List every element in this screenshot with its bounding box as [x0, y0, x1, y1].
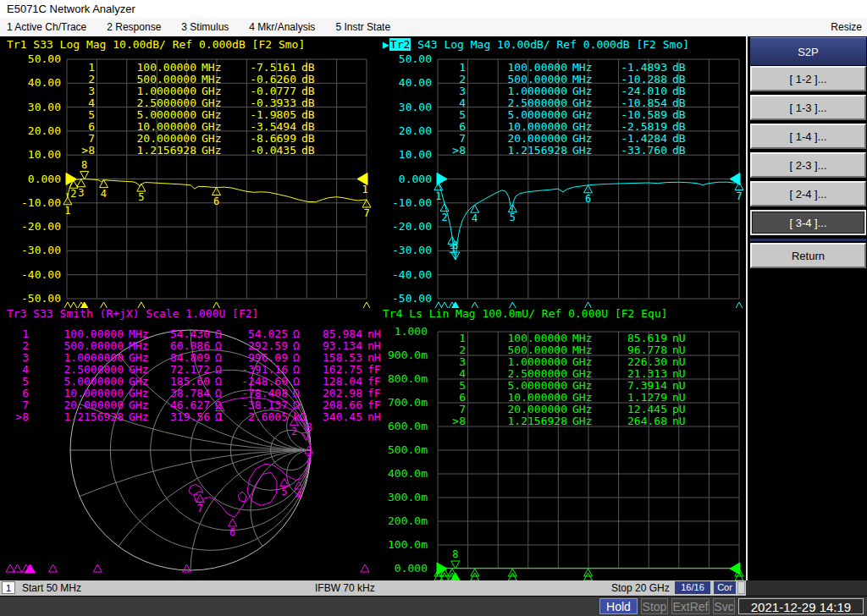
marker-label-3: 3	[78, 187, 84, 199]
marker-row: 610.000000GHz-3.5494dB	[73, 121, 320, 133]
marker-cell: nU	[667, 380, 691, 392]
marker-cell: 7	[444, 404, 466, 415]
marker-label-5: 5	[510, 212, 516, 223]
y-tick-label: 500.0m	[388, 443, 428, 456]
marker-cell: dB	[667, 85, 691, 97]
trace-title-tr4[interactable]: Tr4 Ls Lin Mag 100.0mU/ Ref 0.000U [F2 E…	[383, 307, 668, 320]
marker-cell: 500.00000	[95, 74, 196, 85]
marker-cell: GHz	[567, 356, 596, 368]
menu-item-2[interactable]: 2 Response	[107, 18, 161, 36]
datetime-display: 2021-12-29 14:19	[738, 598, 864, 614]
marker-label-7: 7	[363, 207, 369, 219]
marker-cell: 2	[444, 344, 466, 356]
menu-item-1[interactable]: 1 Active Ch/Trace	[7, 18, 86, 36]
marker-cell: 340.45	[301, 411, 362, 423]
marker-row: >81.2156928GHz-0.0435dB	[73, 145, 320, 157]
menu-item-4[interactable]: 4 Mkr/Analysis	[249, 18, 315, 36]
y-tick-label: 30.00	[399, 101, 432, 113]
marker-cell: -391.16	[224, 364, 288, 376]
marker-cell: 5.0000000	[95, 109, 196, 121]
return-button[interactable]: Return	[750, 243, 866, 268]
chart-tr2: 50.0040.0030.0020.0010.000.000-10.00-20.…	[376, 37, 746, 308]
y-tick-label: 300.0m	[388, 491, 428, 503]
marker-label-7: 7	[197, 503, 203, 514]
softkey-button-1-4[interactable]: [ 1-4 ]...	[750, 124, 866, 149]
marker-cell: 10.000000	[466, 392, 567, 404]
marker-cell: -2.5819	[596, 121, 667, 133]
marker-cell: 3	[444, 85, 466, 97]
marker-cell: 100.00000	[466, 62, 567, 74]
marker-cell: 226.30	[596, 356, 667, 368]
trace-format-tr1: S33 Log Mag 10.00dB/ Ref 0.000dB [F2 Smo…	[26, 38, 305, 51]
marker-cell: 6	[73, 121, 95, 133]
marker-cell: 1	[444, 62, 466, 74]
marker-cell: Ω	[288, 388, 301, 399]
marker-cell: Ω	[210, 388, 224, 399]
marker-row: 1100.00000MHz85.619nU	[444, 333, 691, 344]
correction-badge: Cor	[714, 581, 736, 594]
chart-tr3: 12345678Tr3 S33 Smith (R+jX) Scale 1.000…	[0, 306, 376, 580]
marker-cell: 319.56	[149, 411, 210, 423]
marker-cell: GHz	[567, 380, 596, 392]
marker-cell: 264.68	[596, 415, 667, 427]
marker-cell: 20.000000	[95, 133, 196, 145]
softkey-button-1-3[interactable]: [ 1-3 ]...	[750, 95, 866, 120]
marker-cell: dB	[667, 74, 691, 85]
menu-item-3[interactable]: 3 Stimulus	[181, 18, 229, 36]
marker-row: 610.000000GHz38.784Ω-78.408Ω202.98fF	[10, 388, 381, 399]
marker-cell: pU	[667, 404, 691, 415]
marker-cell: -10.288	[596, 74, 667, 85]
marker-row: 42.5000000GHz72.172Ω-391.16Ω162.75fF	[10, 364, 381, 376]
marker-cell: Ω	[210, 328, 224, 340]
marker-cell: dB	[296, 121, 320, 133]
display-area: 50.0040.0030.0020.0010.000.000-10.00-20.…	[0, 36, 746, 580]
y-tick-label: -10.00	[21, 196, 61, 209]
marker-cell: 7.3914	[596, 380, 667, 392]
marker-row: 31.0000000GHz-0.0777dB	[73, 85, 320, 97]
marker-cell: 2	[10, 340, 29, 352]
marker-cell: 202.98	[301, 388, 362, 399]
marker-cell: GHz	[124, 364, 149, 376]
marker-cell: 10.000000	[29, 388, 124, 399]
marker-row: 55.0000000GHz-10.589dB	[444, 109, 691, 121]
marker-cell: GHz	[567, 145, 596, 157]
softkey-sidebar: S2P[ 1-2 ]...[ 1-3 ]...[ 1-4 ]...[ 2-3 ]…	[746, 36, 867, 580]
marker-label-2: 2	[291, 426, 297, 437]
trace-title-tr3[interactable]: Tr3 S33 Smith (R+jX) Scale 1.000U [F2]	[7, 307, 258, 320]
marker-cell: 10.000000	[466, 121, 567, 133]
resize-button[interactable]: Resize	[831, 18, 862, 36]
marker-cell: 85.619	[596, 333, 667, 344]
softkey-button-2-4[interactable]: [ 2-4 ]...	[750, 181, 866, 206]
menu-item-5[interactable]: 5 Instr State	[335, 18, 390, 36]
marker-cell: 1	[73, 62, 95, 74]
marker-cell: 54.025	[224, 328, 288, 340]
softkey-header: S2P	[750, 37, 866, 65]
y-tick-label: 40.00	[399, 76, 432, 89]
marker-cell: Ω	[288, 376, 301, 388]
marker-cell: 100.00000	[466, 333, 567, 344]
trace-title-tr2[interactable]: ▶Tr2 S43 Log Mag 10.00dB/ Ref 0.000dB [F…	[383, 38, 689, 51]
marker-label-3: 3	[306, 454, 312, 465]
marker-cell: 1	[444, 333, 466, 344]
marker-cell: GHz	[124, 388, 149, 399]
marker-cell: GHz	[567, 133, 596, 145]
channel-number: 1	[2, 581, 15, 594]
y-tick-label: 0.000	[399, 173, 432, 185]
marker-cell: 100.00000	[29, 328, 124, 340]
softkey-button-1-2[interactable]: [ 1-2 ]...	[750, 66, 866, 91]
marker-cell: GHz	[567, 121, 596, 133]
softkey-button-3-4[interactable]: [ 3-4 ]...	[750, 210, 866, 235]
trace-title-tr1[interactable]: Tr1 S33 Log Mag 10.00dB/ Ref 0.000dB [F2…	[7, 38, 305, 51]
marker-cell: 100.00000	[95, 62, 196, 74]
marker-cell: dB	[296, 145, 320, 157]
marker-cell: 7	[73, 133, 95, 145]
marker-row: 610.000000GHz1.1279nU	[444, 392, 691, 404]
trace-name-tr4: Tr4	[383, 307, 402, 320]
softkey-button-2-3[interactable]: [ 2-3 ]...	[750, 152, 866, 178]
trace-format-tr3: S33 Smith (R+jX) Scale 1.000U [F2]	[26, 307, 258, 320]
marker-cell: dB	[667, 62, 691, 74]
y-tick-label: 1.000	[395, 325, 428, 338]
marker-cell: GHz	[196, 85, 225, 97]
marker-row: 42.5000000GHz21.313nU	[444, 368, 691, 380]
marker-cell: 1.2156928	[29, 411, 124, 423]
